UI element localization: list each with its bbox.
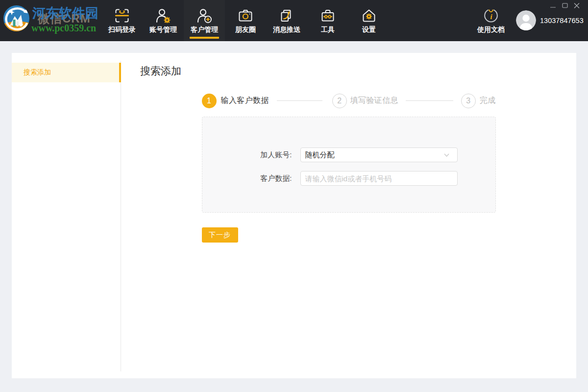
nav-tab-scan-login[interactable]: 扫码登录 [101,0,143,41]
watermark-url: www.pc0359.cn [31,23,96,34]
account-select[interactable]: 随机分配 [300,147,458,162]
watermark-site-name: 河东软件园 [32,4,98,22]
docs-button-label: 使用文档 [477,25,505,34]
customer-manage-icon [196,8,212,23]
customer-data-label: 客户数据: [202,174,292,183]
step-connector [406,100,453,101]
moments-camera-icon [238,8,253,23]
message-push-icon [279,8,294,23]
nav-tab-settings[interactable]: 设置 [348,0,390,41]
app-logo-icon [3,5,29,31]
docs-button[interactable]: i 使用文档 [471,0,511,41]
nav-tab-label: 消息推送 [273,25,300,34]
nav-tab-account-manage[interactable]: 账号管理 [143,0,184,41]
user-avatar[interactable] [516,10,536,30]
step-indicator: 1 输入客户数据 2 填写验证信息 3 完成 [202,93,496,108]
tools-icon [320,8,336,23]
nav-tab-label: 扫码登录 [108,25,136,34]
svg-text:i: i [490,13,492,21]
chevron-down-icon [443,152,450,158]
docs-info-icon: i [484,8,498,23]
next-step-button[interactable]: 下一步 [202,227,238,243]
account-label: 加人账号: [202,150,292,160]
form-panel: 加人账号: 随机分配 客户数据: [202,117,496,213]
account-row: 加人账号: 随机分配 [202,147,495,162]
main-panel: 搜索添加 1 输入客户数据 2 填写验证信息 3 完成 加人账号: [121,53,576,378]
close-button[interactable] [571,0,583,10]
qr-scan-login-icon [114,8,130,23]
nav-tab-tools[interactable]: 工具 [307,0,348,41]
sidebar-item-label: 搜索添加 [24,68,51,77]
sidebar: 搜索添加 [12,53,121,378]
nav-tab-customer-manage[interactable]: 客户管理 [184,0,225,41]
topbar: 微信CRM 河东软件园 www.pc0359.cn [0,0,588,41]
step-3-label: 完成 [480,96,496,106]
window-controls [547,0,583,10]
nav-tab-label: 朋友圈 [235,25,256,34]
maximize-button[interactable] [559,0,571,10]
page-background: 搜索添加 搜索添加 1 输入客户数据 2 填写验证信息 3 完成 加人 [0,41,588,392]
minimize-button[interactable] [547,0,559,10]
step-2-label: 填写验证信息 [350,96,398,106]
step-3-circle: 3 [461,94,476,108]
sidebar-item-search-add[interactable]: 搜索添加 [12,63,121,82]
account-manage-icon [155,8,171,23]
step-connector [277,100,322,101]
nav-tab-label: 设置 [362,25,376,34]
nav-tab-label: 工具 [321,25,335,34]
step-1-label: 输入客户数据 [221,96,269,106]
step-2-circle: 2 [332,94,347,108]
logo-area: 微信CRM 河东软件园 www.pc0359.cn [0,0,103,41]
content-card: 搜索添加 搜索添加 1 输入客户数据 2 填写验证信息 3 完成 加人 [12,53,576,378]
settings-icon [361,8,377,23]
page-title: 搜索添加 [140,65,576,77]
customer-data-row: 客户数据: [202,171,495,186]
step-1-circle: 1 [202,94,217,108]
nav-tab-label: 账号管理 [149,25,177,34]
nav-tab-message-push[interactable]: 消息推送 [266,0,307,41]
customer-data-input[interactable] [301,172,457,185]
account-select-value: 随机分配 [305,150,335,160]
main-nav: 扫码登录 [101,0,390,41]
customer-data-field [300,171,458,186]
nav-tab-moments[interactable]: 朋友圈 [225,0,266,41]
nav-tab-label: 客户管理 [191,25,218,34]
